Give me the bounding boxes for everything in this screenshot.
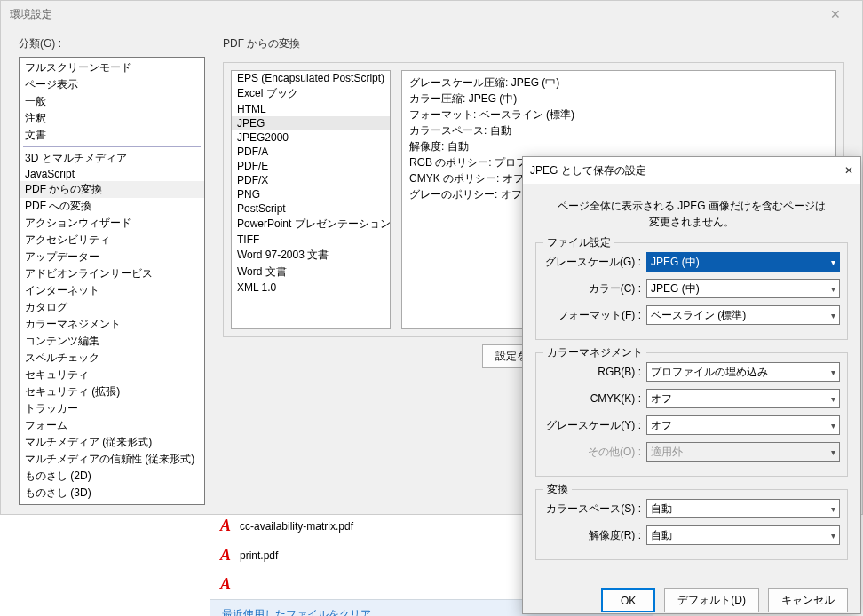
format-item[interactable]: PDF/A <box>232 145 390 159</box>
group-label: 変換 <box>543 482 572 497</box>
category-item[interactable]: ページ表示 <box>20 76 204 93</box>
format-item[interactable]: PDF/X <box>232 173 390 187</box>
chevron-down-icon: ▾ <box>831 421 835 430</box>
resolution-label: 解像度(R) : <box>543 528 641 543</box>
category-item[interactable]: フルスクリーンモード <box>20 59 204 76</box>
color-select[interactable]: JPEG (中)▾ <box>646 279 840 298</box>
format-item[interactable]: PDF/E <box>232 159 390 173</box>
category-item[interactable]: 3D とマルチメディア <box>20 150 204 167</box>
dialog-title: 環境設定 <box>10 7 52 22</box>
category-item[interactable]: 一般 <box>20 93 204 110</box>
close-icon[interactable]: ✕ <box>818 2 853 27</box>
setting-line: カラースペース: 自動 <box>409 122 828 138</box>
jpeg-save-settings-dialog: JPEG として保存の設定 ✕ ページ全体に表示される JPEG 画像だけを含む… <box>522 156 861 614</box>
format-item[interactable]: TIFF <box>232 233 390 247</box>
color-management-group: カラーマネジメント RGB(B) : プロファイルの埋め込み▾ CMYK(K) … <box>535 352 848 477</box>
color-label: カラー(C) : <box>543 281 641 296</box>
category-item[interactable]: コンテンツ編集 <box>20 333 204 350</box>
conversion-group: 変換 カラースペース(S) : 自動▾ 解像度(R) : 自動▾ <box>535 489 848 560</box>
format-select[interactable]: ベースライン (標準)▾ <box>646 305 840 325</box>
category-item[interactable]: ものさし (3D) <box>20 485 204 501</box>
grayscale-label: グレースケール(G) : <box>543 255 641 270</box>
category-item[interactable]: JavaScript <box>20 167 204 181</box>
file-settings-group: ファイル設定 グレースケール(G) : JPEG (中)▾ カラー(C) : J… <box>535 242 848 340</box>
setting-line: 解像度: 自動 <box>409 138 828 154</box>
category-item[interactable]: カタログ <box>20 299 204 316</box>
pdf-icon: A <box>220 575 231 594</box>
default-button[interactable]: デフォルト(D) <box>664 588 759 612</box>
category-item[interactable]: アドビオンラインサービス <box>20 265 204 282</box>
group-label: ファイル設定 <box>543 235 614 250</box>
format-item[interactable]: PNG <box>232 187 390 201</box>
setting-line: グレースケール圧縮: JPEG (中) <box>409 75 828 91</box>
category-item[interactable]: マルチメディアの信頼性 (従来形式) <box>20 451 204 468</box>
gray2-label: グレースケール(Y) : <box>543 418 641 433</box>
category-item[interactable]: アクセシビリティ <box>20 232 204 249</box>
file-name: print.pdf <box>240 549 278 562</box>
other-select: 適用外▾ <box>646 442 840 462</box>
cmyk-select[interactable]: オフ▾ <box>646 389 840 408</box>
format-item[interactable]: XML 1.0 <box>232 280 390 295</box>
format-item[interactable]: PowerPoint プレゼンテーション <box>232 216 390 233</box>
other-label: その他(O) : <box>543 445 641 460</box>
group-label: カラーマネジメント <box>543 345 646 360</box>
cancel-button[interactable]: キャンセル <box>768 588 848 612</box>
colorspace-label: カラースペース(S) : <box>543 501 641 517</box>
close-icon[interactable]: ✕ <box>844 164 853 177</box>
format-item[interactable]: JPEG2000 <box>232 130 390 145</box>
category-item[interactable]: マルチメディア (従来形式) <box>20 434 204 451</box>
category-item[interactable]: スペルチェック <box>20 350 204 367</box>
chevron-down-icon: ▾ <box>831 447 835 457</box>
format-item[interactable]: Excel ブック <box>232 85 390 102</box>
jpeg-titlebar: JPEG として保存の設定 ✕ <box>523 157 860 184</box>
pdf-convert-label: PDF からの変換 <box>223 36 844 51</box>
format-item[interactable]: EPS (Encapsulated PostScript) <box>232 71 390 85</box>
jpeg-dialog-title: JPEG として保存の設定 <box>530 163 646 178</box>
category-item[interactable]: PDF への変換 <box>20 198 204 215</box>
rgb-label: RGB(B) : <box>543 366 641 378</box>
pdf-icon: A <box>220 546 231 565</box>
category-item[interactable]: PDF からの変換 <box>20 181 204 198</box>
gray2-select[interactable]: オフ▾ <box>646 415 840 435</box>
format-listbox[interactable]: EPS (Encapsulated PostScript)Excel ブックHT… <box>231 70 391 329</box>
category-item[interactable]: 注釈 <box>20 110 204 127</box>
chevron-down-icon: ▾ <box>831 504 835 514</box>
chevron-down-icon: ▾ <box>831 311 835 320</box>
resolution-select[interactable]: 自動▾ <box>646 525 840 545</box>
setting-line: フォーマット: ベースライン (標準) <box>409 107 828 122</box>
ok-button[interactable]: OK <box>601 588 655 612</box>
format-item[interactable]: Word 97-2003 文書 <box>232 247 390 264</box>
format-item[interactable]: HTML <box>232 102 390 116</box>
titlebar: 環境設定 ✕ <box>1 1 862 28</box>
chevron-down-icon: ▾ <box>831 284 835 294</box>
format-item[interactable]: PostScript <box>232 201 390 216</box>
format-item[interactable]: JPEG <box>232 116 390 130</box>
rgb-select[interactable]: プロファイルの埋め込み▾ <box>646 362 840 382</box>
category-item[interactable]: トラッカー <box>20 400 204 417</box>
category-item[interactable]: アクションウィザード <box>20 215 204 232</box>
category-item[interactable]: アップデーター <box>20 249 204 265</box>
chevron-down-icon: ▾ <box>831 394 835 404</box>
chevron-down-icon: ▾ <box>831 531 835 541</box>
cmyk-label: CMYK(K) : <box>543 392 641 405</box>
format-label: フォーマット(F) : <box>543 308 641 323</box>
categories-label: 分類(G) : <box>19 36 205 51</box>
setting-line: カラー圧縮: JPEG (中) <box>409 91 828 107</box>
format-item[interactable]: Word 文書 <box>232 264 390 280</box>
colorspace-select[interactable]: 自動▾ <box>646 499 840 518</box>
chevron-down-icon: ▾ <box>831 257 835 267</box>
grayscale-select[interactable]: JPEG (中)▾ <box>646 252 840 272</box>
category-item[interactable]: ものさし (2D) <box>20 468 204 485</box>
category-item[interactable]: カラーマネジメント <box>20 316 204 333</box>
category-item[interactable]: ものさし (地図情報) <box>20 501 204 505</box>
category-item[interactable]: 文書 <box>20 127 204 144</box>
category-item[interactable]: セキュリティ <box>20 367 204 383</box>
chevron-down-icon: ▾ <box>831 367 835 377</box>
category-item[interactable]: セキュリティ (拡張) <box>20 383 204 400</box>
pdf-icon: A <box>220 517 231 535</box>
category-item[interactable]: フォーム <box>20 417 204 434</box>
file-name: cc-availability-matrix.pdf <box>240 520 353 533</box>
categories-listbox[interactable]: フルスクリーンモードページ表示一般注釈文書3D とマルチメディアJavaScri… <box>19 57 205 505</box>
category-item[interactable]: インターネット <box>20 282 204 299</box>
